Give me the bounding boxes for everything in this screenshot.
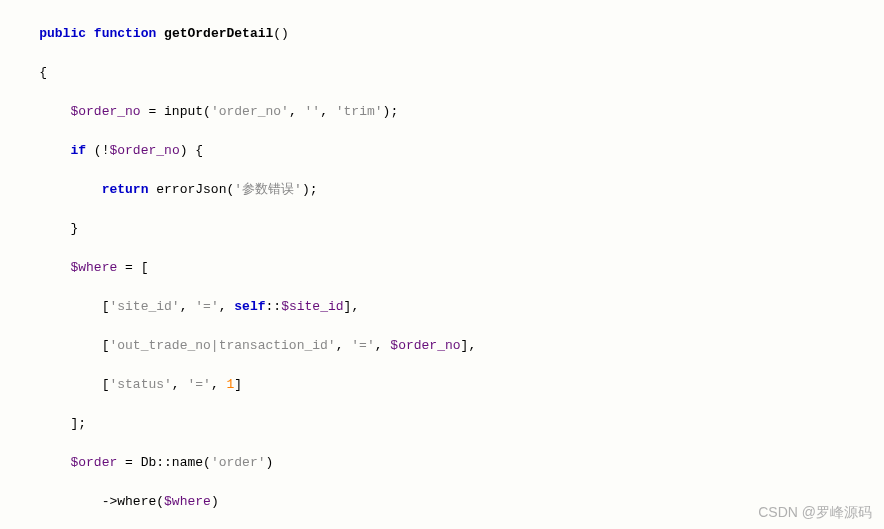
- string: '=': [195, 299, 218, 314]
- code-line: ->where($where): [8, 492, 876, 512]
- punct: =: [141, 104, 164, 119]
- keyword: public: [39, 26, 86, 41]
- code-line: if (!$order_no) {: [8, 141, 876, 161]
- punct: {: [195, 143, 203, 158]
- string: '=': [187, 377, 210, 392]
- punct: (: [156, 494, 164, 509]
- string: 'site_id': [109, 299, 179, 314]
- punct: [: [141, 260, 149, 275]
- punct: ,: [289, 104, 297, 119]
- string: 'trim': [336, 104, 383, 119]
- string: 'order': [211, 455, 266, 470]
- variable: $order_no: [70, 104, 140, 119]
- string: '参数错误': [234, 182, 302, 197]
- variable: $where: [164, 494, 211, 509]
- code-line: {: [8, 63, 876, 83]
- code-line: ['out_trade_no|transaction_id', '=', $or…: [8, 336, 876, 356]
- variable: $order: [70, 455, 117, 470]
- watermark: CSDN @罗峰源码: [758, 502, 872, 523]
- keyword: function: [94, 26, 156, 41]
- call: Db::name: [141, 455, 203, 470]
- punct: }: [70, 221, 78, 236]
- variable: $site_id: [281, 299, 343, 314]
- punct: (: [203, 455, 211, 470]
- punct: ,: [375, 338, 383, 353]
- punct: ;: [390, 104, 398, 119]
- variable: $order_no: [109, 143, 179, 158]
- code-line: $where = [: [8, 258, 876, 278]
- call: errorJson: [156, 182, 226, 197]
- string: '': [305, 104, 321, 119]
- code-line: ['status', '=', 1]: [8, 375, 876, 395]
- punct: ,: [180, 299, 188, 314]
- punct: ): [211, 494, 219, 509]
- call: where: [117, 494, 156, 509]
- punct: {: [39, 65, 47, 80]
- punct: ::: [266, 299, 282, 314]
- punct: ,: [219, 299, 227, 314]
- punct: (: [94, 143, 102, 158]
- punct: (: [273, 26, 281, 41]
- punct: ;: [310, 182, 318, 197]
- keyword: return: [102, 182, 149, 197]
- code-line: return errorJson('参数错误');: [8, 180, 876, 200]
- keyword: self: [234, 299, 265, 314]
- code-block: public function getOrderDetail() { $orde…: [0, 0, 884, 529]
- code-line: ['site_id', '=', self::$site_id],: [8, 297, 876, 317]
- string: 'order_no': [211, 104, 289, 119]
- punct: =: [117, 455, 140, 470]
- code-line: public function getOrderDetail(): [8, 24, 876, 44]
- code-line: ];: [8, 414, 876, 434]
- punct: ,: [211, 377, 219, 392]
- code-line: }: [8, 219, 876, 239]
- string: 'status': [109, 377, 171, 392]
- punct: ]: [234, 377, 242, 392]
- punct: ->: [102, 494, 118, 509]
- punct: ): [180, 143, 188, 158]
- punct: ): [265, 455, 273, 470]
- punct: ,: [351, 299, 359, 314]
- punct: ): [302, 182, 310, 197]
- punct: ,: [468, 338, 476, 353]
- string: '=': [351, 338, 374, 353]
- code-line: $order_no = input('order_no', '', 'trim'…: [8, 102, 876, 122]
- punct: ;: [78, 416, 86, 431]
- variable: $where: [70, 260, 117, 275]
- punct: ): [281, 26, 289, 41]
- punct: =: [117, 260, 140, 275]
- variable: $order_no: [390, 338, 460, 353]
- code-line: $order = Db::name('order'): [8, 453, 876, 473]
- keyword: if: [70, 143, 86, 158]
- function-name: getOrderDetail: [164, 26, 273, 41]
- punct: ,: [172, 377, 180, 392]
- punct: ,: [336, 338, 344, 353]
- punct: (: [203, 104, 211, 119]
- punct: ,: [320, 104, 328, 119]
- string: 'out_trade_no|transaction_id': [109, 338, 335, 353]
- call: input: [164, 104, 203, 119]
